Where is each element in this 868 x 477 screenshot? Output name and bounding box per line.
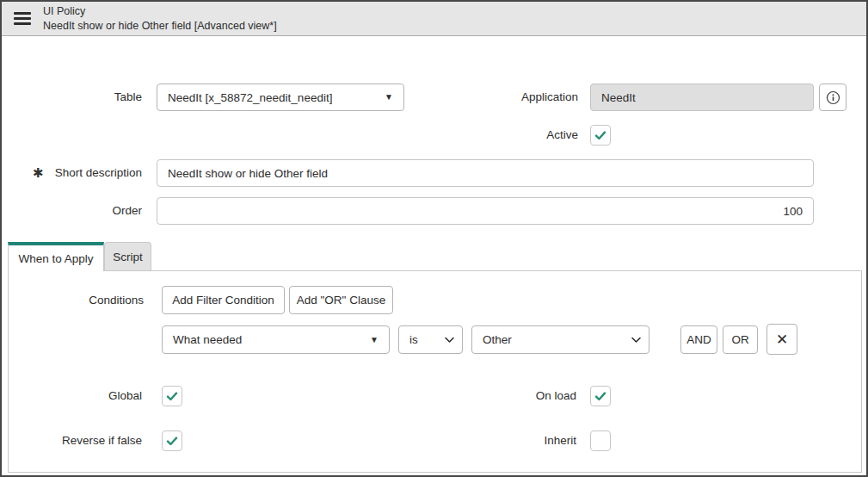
menu-icon[interactable] — [14, 9, 31, 28]
add-filter-condition-button[interactable]: Add Filter Condition — [162, 286, 285, 314]
checkmark-icon — [165, 434, 179, 448]
table-dropdown-value: NeedIt [x_58872_needit_needit] — [168, 91, 332, 104]
dropdown-arrow-icon: ▼ — [385, 92, 393, 102]
condition-operator-select[interactable]: is — [398, 325, 463, 354]
checkmark-icon — [165, 389, 179, 403]
dropdown-arrow-icon: ▼ — [370, 335, 379, 344]
checkmark-icon — [594, 389, 607, 403]
condition-operator-value: is — [409, 333, 418, 346]
condition-field-value: What needed — [173, 333, 242, 346]
page-title: UI Policy — [43, 4, 277, 18]
order-label: Order — [2, 197, 142, 225]
add-or-clause-button[interactable]: Add "OR" Clause — [289, 286, 393, 314]
condition-field-dropdown[interactable]: What needed ▼ — [162, 325, 390, 354]
table-label: Table — [2, 84, 142, 111]
short-description-label: Short description — [2, 159, 142, 187]
order-input[interactable]: 100 — [157, 197, 814, 225]
active-checkbox[interactable] — [590, 125, 611, 146]
on-load-checkbox[interactable] — [590, 386, 611, 406]
conditions-label: Conditions — [2, 286, 144, 314]
application-field: NeedIt — [590, 84, 814, 111]
short-description-input[interactable]: NeedIt show or hide Other field — [157, 159, 814, 187]
inherit-checkbox[interactable] — [590, 431, 611, 451]
or-button[interactable]: OR — [723, 325, 758, 354]
reverse-if-false-checkbox[interactable] — [162, 431, 182, 451]
tab-script[interactable]: Script — [104, 242, 151, 270]
header-titles: UI Policy NeedIt show or hide Other fiel… — [43, 4, 277, 33]
condition-value-value: Other — [483, 333, 512, 346]
active-label: Active — [406, 125, 578, 146]
record-title: NeedIt show or hide Other field [Advance… — [43, 19, 277, 33]
tab-when-to-apply[interactable]: When to Apply — [8, 242, 104, 271]
application-info-button[interactable] — [819, 84, 846, 111]
on-load-label: On load — [404, 386, 576, 406]
chevron-down-icon — [445, 337, 454, 343]
global-checkbox[interactable] — [162, 386, 182, 406]
table-dropdown[interactable]: NeedIt [x_58872_needit_needit] ▼ — [157, 84, 404, 111]
inherit-label: Inherit — [404, 431, 576, 451]
application-label: Application — [406, 84, 578, 111]
delete-icon: ✕ — [776, 331, 788, 349]
global-label: Global — [2, 386, 142, 406]
checkmark-icon — [594, 128, 607, 142]
chevron-down-icon — [631, 337, 641, 343]
delete-condition-button[interactable]: ✕ — [766, 324, 797, 355]
and-button[interactable]: AND — [680, 325, 717, 354]
form-header: UI Policy NeedIt show or hide Other fiel… — [2, 2, 866, 36]
info-icon — [826, 90, 840, 105]
reverse-if-false-label: Reverse if false — [2, 431, 142, 451]
condition-value-select[interactable]: Other — [471, 325, 649, 354]
ui-policy-form-page: UI Policy NeedIt show or hide Other fiel… — [0, 0, 868, 477]
